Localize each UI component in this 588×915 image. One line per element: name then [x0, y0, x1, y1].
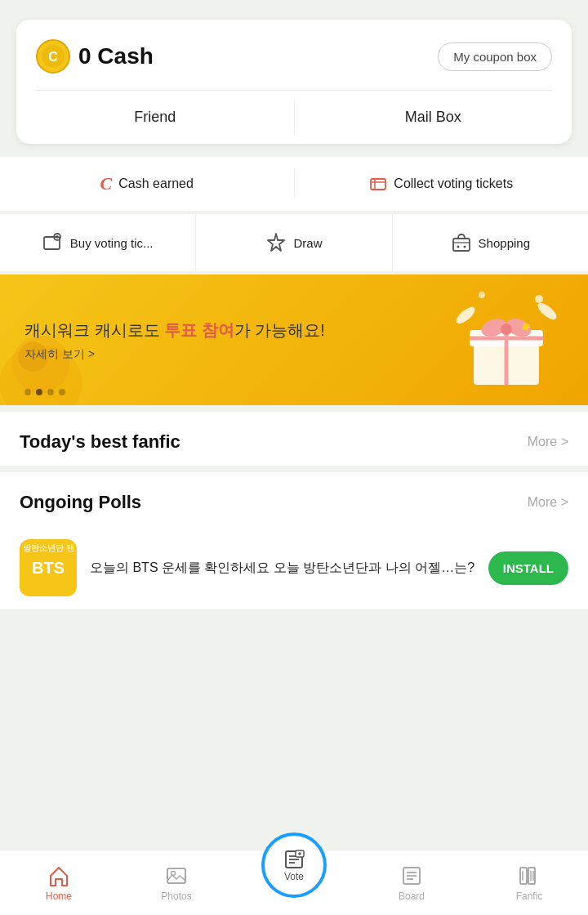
- home-icon: [47, 864, 70, 887]
- draw-button[interactable]: Draw: [196, 214, 392, 271]
- banner[interactable]: 캐시워크 캐시로도 투표 참여가 가능해요! 자세히 보기 >: [0, 274, 588, 405]
- quick-row: Buy voting tic... Draw Shopping: [0, 214, 588, 271]
- dot-1: [24, 389, 31, 395]
- cash-earned-label: Cash earned: [118, 176, 194, 191]
- fanfic-more-button[interactable]: More >: [528, 435, 568, 449]
- coupon-box-button[interactable]: My coupon box: [438, 42, 552, 71]
- poll-item: 방탄소년단 팬 BTS 오늘의 BTS 운세를 확인하세요 오늘 방탄소년단과 …: [0, 526, 588, 609]
- polls-title: Ongoing Polls: [20, 492, 141, 513]
- buy-voting-label: Buy voting tic...: [70, 236, 154, 250]
- shopping-button[interactable]: Shopping: [393, 214, 588, 271]
- coin-icon: C: [36, 39, 70, 74]
- poll-description: 오늘의 BTS 운세를 확인하세요 오늘 방탄소년단과 나의 어젤…는?: [90, 558, 475, 578]
- nav-home[interactable]: Home: [0, 850, 118, 915]
- banner-decor-right: [425, 274, 588, 405]
- banner-text2: 가 가능해요!: [234, 321, 325, 339]
- fanfic-title: Today's best fanfic: [20, 431, 180, 453]
- svg-rect-6: [44, 237, 60, 249]
- nav-photos[interactable]: Photos: [118, 850, 235, 915]
- polls-section: Ongoing Polls More > 방탄소년단 팬 BTS 오늘의 BTS…: [0, 472, 588, 609]
- fanfic-icon: [518, 864, 541, 887]
- fanfic-header: Today's best fanfic More >: [0, 412, 588, 466]
- vote-circle: Vote: [261, 832, 327, 898]
- dot-4: [59, 389, 65, 395]
- bottom-nav: Home Photos Vote: [0, 850, 588, 915]
- cash-row: C 0 Cash My coupon box: [16, 20, 572, 90]
- top-card: C 0 Cash My coupon box Friend Mail Box: [16, 20, 572, 144]
- svg-point-13: [457, 246, 459, 248]
- svg-rect-30: [167, 868, 185, 883]
- cash-earned-button[interactable]: C Cash earned: [0, 157, 294, 211]
- vote-icon: [283, 848, 305, 871]
- poll-thumb-sublabel: 방탄소년단 팬: [23, 542, 74, 554]
- photos-icon: [165, 864, 188, 887]
- shopping-label: Shopping: [479, 236, 530, 250]
- banner-main-text: 캐시워크 캐시로도 투표 참여가 가능해요!: [24, 318, 325, 342]
- svg-rect-43: [520, 868, 527, 884]
- collect-voting-button[interactable]: Collect voting tickets: [295, 158, 589, 209]
- install-button[interactable]: INSTALL: [488, 551, 568, 585]
- banner-gift-svg: [441, 283, 572, 397]
- mailbox-button[interactable]: Mail Box: [295, 91, 572, 144]
- dot-3: [47, 389, 54, 395]
- svg-point-14: [463, 246, 466, 248]
- draw-icon: [265, 232, 287, 253]
- cash-amount: 0 Cash: [78, 43, 154, 69]
- svg-rect-11: [453, 239, 470, 251]
- polls-header: Ongoing Polls More >: [0, 472, 588, 526]
- nav-home-label: Home: [46, 890, 72, 902]
- dot-2: [36, 389, 42, 395]
- nav-photos-label: Photos: [161, 890, 191, 902]
- banner-link[interactable]: 자세히 보기 >: [24, 347, 325, 362]
- svg-point-26: [535, 300, 559, 322]
- svg-rect-44: [528, 868, 535, 884]
- nav-board-label: Board: [399, 890, 425, 902]
- banner-highlight: 투표 참여: [164, 321, 234, 339]
- banner-content: 캐시워크 캐시로도 투표 참여가 가능해요! 자세히 보기 >: [0, 301, 350, 378]
- cash-earned-icon: C: [100, 173, 113, 194]
- buy-voting-button[interactable]: Buy voting tic...: [0, 214, 196, 271]
- nav-fanfic[interactable]: Fanfic: [470, 850, 588, 915]
- svg-point-27: [535, 295, 543, 303]
- draw-label: Draw: [293, 236, 322, 250]
- nav-vote[interactable]: Vote: [235, 850, 353, 915]
- svg-point-28: [479, 292, 485, 298]
- banner-text1: 캐시워크 캐시로도: [24, 321, 164, 339]
- banner-dots: [24, 389, 65, 395]
- nav-board[interactable]: Board: [353, 850, 470, 915]
- action-row: C Cash earned Collect voting tickets: [0, 157, 588, 211]
- nav-vote-label: Vote: [284, 871, 304, 882]
- shopping-icon: [451, 232, 472, 253]
- board-icon: [400, 864, 423, 887]
- fanfic-section: Today's best fanfic More >: [0, 412, 588, 466]
- poll-thumb-main: BTS: [32, 560, 65, 576]
- friend-mailbox-row: Friend Mail Box: [16, 91, 572, 144]
- ticket-icon: [369, 175, 387, 193]
- svg-marker-10: [268, 234, 284, 251]
- cash-left: C 0 Cash: [36, 39, 154, 74]
- polls-more-button[interactable]: More >: [528, 495, 568, 510]
- svg-text:C: C: [48, 50, 58, 64]
- svg-point-24: [501, 324, 512, 335]
- poll-thumbnail: 방탄소년단 팬 BTS: [20, 539, 77, 596]
- svg-point-25: [453, 304, 477, 326]
- nav-fanfic-label: Fanfic: [516, 890, 543, 902]
- svg-rect-3: [371, 179, 385, 190]
- collect-voting-label: Collect voting tickets: [394, 176, 513, 191]
- friend-button[interactable]: Friend: [16, 91, 294, 144]
- buy-voting-icon: [42, 233, 64, 252]
